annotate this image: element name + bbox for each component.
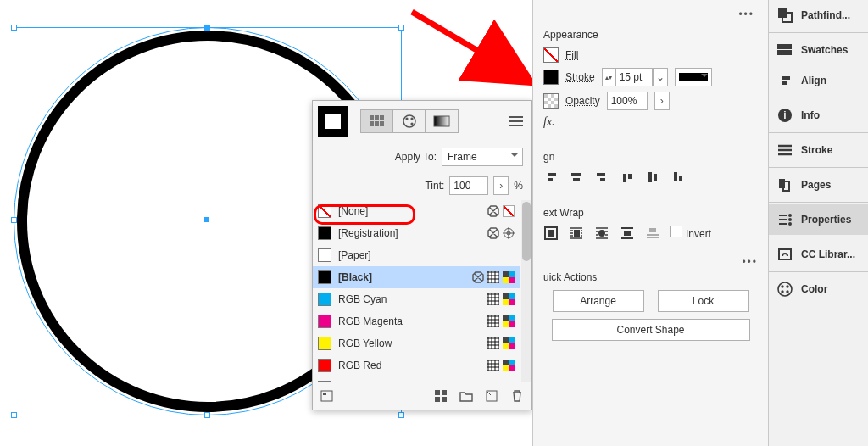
svg-point-24 (598, 230, 605, 237)
new-page-icon (486, 390, 498, 402)
align-hcenter-icon[interactable] (569, 170, 584, 185)
info-icon: i (777, 108, 793, 123)
invert-label: Invert (686, 228, 711, 240)
svg-rect-18 (435, 397, 440, 402)
align-left-icon[interactable] (543, 170, 559, 185)
align-vcenter-icon[interactable] (645, 170, 660, 185)
svg-rect-26 (649, 228, 656, 232)
swatch-chip (318, 337, 331, 350)
swatch-item-cyan[interactable]: RGB Cyan (313, 288, 520, 310)
wrap-jump-icon[interactable] (620, 226, 635, 241)
panel-options-button[interactable]: ••• (738, 8, 754, 20)
convert-shape-button[interactable]: Convert Shape (552, 319, 750, 341)
stroke-swatch[interactable] (543, 70, 559, 85)
swatch-item-label: RGB Red (338, 360, 481, 371)
new-swatch-group-from-selection-button[interactable] (318, 387, 337, 404)
rail-stroke[interactable]: Stroke (769, 135, 868, 165)
rail-pages[interactable]: Pages (769, 170, 868, 200)
mode-tab-gradient[interactable] (426, 110, 458, 132)
rail-label: Properties (801, 214, 851, 226)
swatch-item-registration[interactable]: [Registration] (313, 222, 520, 244)
new-color-group-button[interactable] (457, 387, 476, 404)
swatch-item-yellow[interactable]: RGB Yellow (313, 332, 520, 354)
svg-point-9 (410, 117, 413, 120)
wrap-shape-icon[interactable] (594, 226, 609, 241)
wrap-none-icon[interactable] (543, 226, 559, 241)
resize-handle-s[interactable] (204, 412, 210, 418)
swatch-page-icon (320, 390, 334, 402)
align-top-icon[interactable] (620, 170, 635, 185)
svg-point-45 (786, 285, 788, 287)
effects-button[interactable]: fx. (543, 115, 555, 129)
swatch-item-black[interactable]: [Black] (313, 266, 520, 288)
wrap-jump-column-icon[interactable] (645, 226, 660, 241)
stroke-weight-value: 15 pt (620, 71, 643, 83)
delete-swatch-button[interactable] (508, 387, 526, 404)
swatch-item-red[interactable]: RGB Red (313, 354, 520, 376)
global-swatch-icon (487, 271, 499, 283)
swatch-view-button[interactable] (431, 387, 450, 404)
resize-handle-nw[interactable] (11, 25, 17, 31)
resize-handle-sw[interactable] (11, 412, 17, 418)
align-bottom-icon[interactable] (670, 170, 686, 185)
active-swatch-proxy[interactable] (318, 106, 348, 137)
panel-rail: Pathfind... Swatches Align i Info Stroke… (768, 0, 868, 446)
selection-center[interactable] (204, 217, 209, 222)
resize-handle-ne[interactable] (398, 25, 404, 31)
svg-rect-16 (435, 390, 440, 395)
mode-tab-color[interactable] (393, 110, 426, 132)
align-right-icon[interactable] (594, 170, 609, 185)
wrap-bounding-icon[interactable] (569, 226, 584, 241)
arrange-button[interactable]: Arrange (553, 290, 644, 312)
swatches-popout: Apply To: Frame Tint: 100 › % [None] [Re… (312, 100, 532, 410)
opacity-link[interactable]: Opacity (565, 95, 600, 107)
panel-menu-button[interactable] (506, 113, 526, 130)
opacity-input[interactable]: 100% (607, 92, 648, 110)
tint-input[interactable]: 100 (449, 176, 488, 195)
rail-swatches[interactable]: Swatches (769, 35, 868, 65)
trash-icon (511, 390, 523, 402)
not-editable-icon (487, 205, 499, 217)
rail-color[interactable]: Color (769, 274, 868, 304)
stroke-link[interactable]: Stroke (565, 71, 595, 83)
swatch-scroll-thumb[interactable] (522, 202, 531, 261)
opacity-swatch[interactable] (543, 93, 559, 109)
opacity-slider-toggle[interactable]: › (654, 92, 670, 110)
fill-link[interactable]: Fill (565, 49, 578, 61)
stroke-weight-input[interactable]: 15 pt (615, 68, 653, 86)
stroke-weight-dropdown[interactable]: ⌄ (653, 68, 668, 86)
tint-slider-toggle[interactable]: › (493, 176, 509, 195)
rail-pathfinder[interactable]: Pathfind... (769, 0, 868, 31)
stroke-style-select[interactable] (675, 68, 712, 86)
global-swatch-icon (487, 293, 499, 305)
resize-handle-w[interactable] (11, 217, 17, 223)
swatch-item-paper[interactable]: [Paper] (313, 244, 520, 266)
quick-actions-menu[interactable]: ••• (543, 256, 758, 268)
invert-checkbox[interactable] (670, 226, 682, 237)
svg-rect-32 (777, 50, 782, 55)
rail-align[interactable]: Align (769, 65, 868, 96)
lock-button[interactable]: Lock (658, 290, 749, 312)
svg-rect-17 (442, 390, 447, 395)
svg-rect-5 (375, 121, 379, 126)
fill-swatch[interactable] (543, 47, 559, 63)
svg-point-7 (403, 115, 415, 127)
swatch-item-magenta[interactable]: RGB Magenta (313, 310, 520, 332)
tint-unit: % (514, 180, 523, 192)
swatch-scrollbar[interactable] (521, 200, 531, 382)
global-swatch-icon (487, 360, 499, 371)
mode-tab-swatches[interactable] (361, 110, 393, 132)
rail-label: Info (801, 109, 820, 121)
swatch-item-green[interactable]: RGB Green (313, 376, 520, 382)
rail-info[interactable]: i Info (769, 100, 868, 131)
section-align-title: gn (543, 151, 758, 163)
resize-handle-se[interactable] (398, 412, 404, 418)
new-swatch-button[interactable] (482, 387, 501, 404)
resize-handle-n[interactable] (204, 25, 210, 31)
svg-point-40 (788, 218, 792, 221)
swatch-item-none[interactable]: [None] (313, 200, 520, 222)
apply-to-select[interactable]: Frame (442, 148, 523, 166)
rail-properties[interactable]: Properties (769, 204, 868, 235)
rail-cc-libraries[interactable]: CC Librar... (769, 239, 868, 270)
stroke-weight-stepper[interactable]: ▴▾ (602, 68, 615, 86)
